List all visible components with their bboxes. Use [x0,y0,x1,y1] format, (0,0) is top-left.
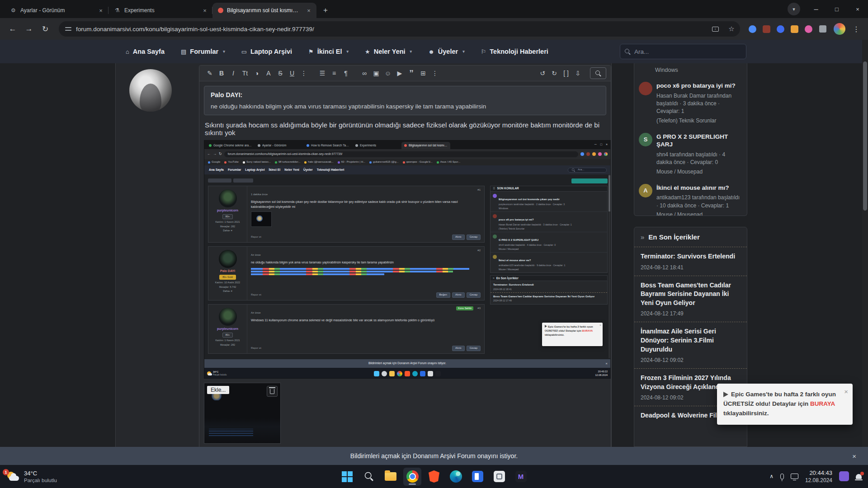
nav-item-forums[interactable]: ▤Forumlar [181,48,225,55]
light-app-button[interactable] [490,468,508,486]
nav-item-laptop-archive[interactable]: ▭Laptop Arşivi [241,48,292,55]
redo-button[interactable]: ↻ [549,68,560,79]
search-input[interactable] [634,48,741,55]
notepad-app-button[interactable] [468,468,486,486]
strikethrough-button[interactable]: S [275,68,286,79]
taskbar-search-button[interactable] [360,468,378,486]
sidebar-topic[interactable]: S G PRO X 2 SUPERLIGHT ŞARJ shn4 tarafın… [634,129,747,180]
tab-search-icon[interactable]: ▾ [788,3,800,15]
forum-search-box[interactable] [620,44,746,59]
popup-link[interactable]: BURAYA [810,400,835,407]
microphone-icon[interactable] [780,474,784,479]
insert-quote-button[interactable]: ” [406,68,417,79]
sidebar-topic[interactable]: poco x6 pro batarya iyi mi? Hasan Burak … [634,78,747,129]
forward-icon[interactable]: → [22,22,36,36]
purple-chat-icon[interactable] [839,471,849,481]
latest-title[interactable]: İnanılmaz Aile Serisi Geri Dönüyor: Seri… [641,327,741,354]
chrome-button[interactable] [403,468,421,486]
weather-widget[interactable]: 1 34°C Parçalı bulutlu [0,470,104,483]
insert-media-button[interactable]: ▶ [394,68,405,79]
text-size-button[interactable]: Tt [240,68,250,79]
page-scrollbar[interactable] [862,40,868,465]
code-button[interactable]: [ ] [561,68,571,79]
profile-avatar[interactable] [834,23,845,35]
italic-button[interactable]: I [228,68,239,79]
topic-category[interactable]: Mouse / Mousepad [656,169,742,175]
topic-title[interactable]: poco x6 pro batarya iyi mi? [656,82,742,90]
nav-item-tech-news[interactable]: ⚐Teknoloji Haberleri [481,48,548,55]
latest-item[interactable]: Terminator: Survivors Ertelendi 2024-08-… [634,247,747,276]
maximize-button[interactable]: □ [826,0,847,18]
nav-item-second-hand[interactable]: ⚑İkinci El [308,48,349,55]
latest-title[interactable]: Boss Team Games'ten Cadılar Bayramı Seri… [641,281,741,308]
more-insert-icon[interactable]: ⋮ [429,68,440,79]
composer-avatar[interactable] [129,69,172,112]
close-window-button[interactable]: × [847,0,868,18]
start-button[interactable] [338,468,356,486]
attachment-insert-chip[interactable]: Ekle... [207,386,229,394]
more-format-icon[interactable]: ⋮ [298,68,309,79]
tab-close-icon[interactable]: × [305,6,313,14]
nav-item-whats-new[interactable]: ★Neler Yeni [365,48,412,55]
preview-button[interactable] [590,67,606,79]
attachment-thumbnail[interactable]: Ekle... [204,383,281,444]
browser-menu-icon[interactable]: ⋮ [850,25,863,33]
extension-icon-maroon[interactable] [763,25,770,33]
topic-category-cutoff[interactable]: Windows [634,63,747,78]
install-icon[interactable] [709,23,721,35]
latest-item[interactable]: Boss Team Games'ten Cadılar Bayramı Seri… [634,276,747,322]
notification-close-icon[interactable]: × [852,452,856,460]
latest-title[interactable]: Terminator: Survivors Ertelendi [641,252,741,261]
display-cast-icon[interactable] [791,474,798,479]
insert-table-button[interactable]: ⊞ [418,68,429,79]
site-settings-icon[interactable] [65,26,71,32]
topic-title[interactable]: İkinci el mouse alınır mı? [656,184,742,192]
underline-button[interactable]: U [287,68,297,79]
tab-close-icon[interactable]: × [97,6,105,14]
clock[interactable]: 20:44:43 12.08.2024 [805,469,832,484]
bookmark-star-icon[interactable]: ☆ [726,23,737,35]
list-button[interactable]: ☰ [317,68,328,79]
topic-category[interactable]: Mouse / Mousepad [656,211,742,216]
url-text[interactable]: forum.donanimarsivi.com/konu/bilgisayari… [76,26,705,33]
extension-icon-pink[interactable] [805,25,812,33]
sidebar-topic[interactable]: A İkinci el mouse alınır mı? antikadam12… [634,180,747,216]
topic-category[interactable]: (Telefon) Teknik Sorunlar [656,117,742,124]
reload-icon[interactable]: ↻ [38,22,52,36]
reply-editor[interactable]: ✎ B I Tt ◑ A S U ⋮ ☰ ≡ ¶ ∞ ▣ ☺ ▶ ” ⊞ ⋮ [199,65,611,458]
address-bar[interactable]: forum.donanimarsivi.com/konu/bilgisayari… [59,21,740,37]
bold-button[interactable]: B [216,68,227,79]
file-explorer-button[interactable] [382,468,400,486]
insert-smiley-button[interactable]: ☺ [382,68,393,79]
tab-forum-active[interactable]: Bilgisayarımın sol üst kısmında × [212,3,316,18]
extension-icon-blue[interactable] [749,25,756,33]
edge-button[interactable] [447,468,465,486]
extensions-puzzle-icon[interactable] [819,25,826,33]
back-icon[interactable]: ← [5,22,20,36]
tray-chevron-icon[interactable]: ∧ [769,473,774,479]
tab-close-icon[interactable]: × [201,6,209,14]
tab-settings[interactable]: ⚙ Ayarlar - Görünüm × [5,3,108,18]
embedded-screenshot-image[interactable]: Google Chrome sekme ara ku Ayarlar - Gör… [204,140,611,379]
align-button[interactable]: ≡ [329,68,340,79]
nav-item-members[interactable]: ☻Üyeler [428,48,465,55]
reply-draft-text[interactable]: Sıkıntı şurada hocam ss aldığımda böyle … [205,121,605,136]
undo-button[interactable]: ↺ [537,68,548,79]
extension-icon-orange[interactable] [791,25,798,33]
insert-image-button[interactable]: ▣ [371,68,382,79]
scrollbar-thumb[interactable] [863,61,867,211]
latest-item[interactable]: İnanılmaz Aile Serisi Geri Dönüyor: Seri… [634,322,747,368]
nav-item-home[interactable]: ⌂Ana Sayfa [126,48,165,55]
format-paint-icon[interactable]: ✎ [204,68,215,79]
brave-button[interactable] [425,468,443,486]
text-color-button[interactable]: ◑ [251,68,262,79]
minimize-button[interactable]: ─ [806,0,826,18]
attachment-delete-button[interactable] [267,386,278,397]
topic-title[interactable]: G PRO X 2 SUPERLIGHT ŞARJ [656,133,742,149]
extension-icon-indigo[interactable] [777,25,784,33]
popup-close-icon[interactable]: × [844,386,848,397]
drafts-button[interactable]: ⇩ [572,68,583,79]
font-family-button[interactable]: A [263,68,274,79]
insert-link-button[interactable]: ∞ [359,68,370,79]
purple-m-app-button[interactable] [512,468,530,486]
